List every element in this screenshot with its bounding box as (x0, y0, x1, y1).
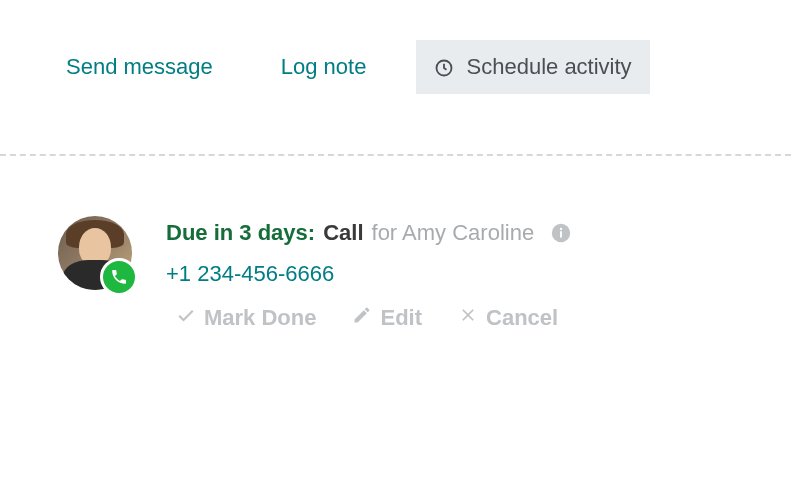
due-date-label: Due in 3 days: (166, 218, 315, 249)
tab-schedule-activity[interactable]: Schedule activity (416, 40, 649, 94)
assignee-avatar[interactable] (58, 216, 132, 290)
cancel-label: Cancel (486, 305, 558, 331)
phone-badge-icon (100, 258, 138, 296)
mark-done-label: Mark Done (204, 305, 316, 331)
pencil-icon (352, 305, 372, 331)
activity-actions: Mark Done Edit Cancel (166, 305, 743, 331)
activity-summary: Due in 3 days: Call for Amy Caroline (166, 218, 743, 249)
activity-assignee-text: for Amy Caroline (372, 218, 535, 249)
phone-number-link[interactable]: +1 234-456-6666 (166, 261, 743, 287)
scheduled-activity-row: Due in 3 days: Call for Amy Caroline +1 … (0, 156, 791, 331)
cancel-button[interactable]: Cancel (458, 305, 558, 331)
edit-button[interactable]: Edit (352, 305, 422, 331)
tab-send-message[interactable]: Send message (48, 40, 231, 94)
activity-tabs: Send message Log note Schedule activity (0, 0, 791, 94)
clock-icon (434, 58, 454, 78)
svg-rect-2 (560, 232, 562, 238)
tab-schedule-activity-label: Schedule activity (467, 54, 632, 79)
activity-content: Due in 3 days: Call for Amy Caroline +1 … (166, 216, 743, 331)
tab-log-note-label: Log note (281, 54, 367, 79)
phone-number-text: +1 234-456-6666 (166, 261, 334, 286)
tab-send-message-label: Send message (66, 54, 213, 79)
tab-log-note[interactable]: Log note (263, 40, 385, 94)
edit-label: Edit (380, 305, 422, 331)
close-icon (458, 305, 478, 331)
info-icon[interactable] (550, 222, 572, 244)
check-icon (176, 305, 196, 331)
activity-type: Call (323, 218, 363, 249)
mark-done-button[interactable]: Mark Done (176, 305, 316, 331)
svg-point-3 (560, 228, 562, 230)
